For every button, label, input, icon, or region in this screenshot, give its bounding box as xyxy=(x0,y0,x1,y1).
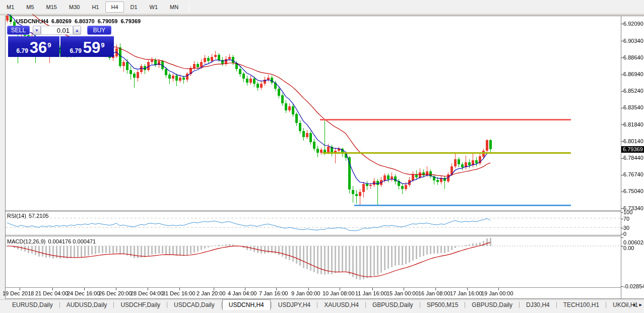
sell-price-big: 36 xyxy=(30,39,47,57)
macd-name: MACD(12,26,9) xyxy=(7,238,45,244)
price-axis-label: 6.88640 xyxy=(623,54,643,61)
price-axis-label: 6.86940 xyxy=(623,71,643,78)
tab-separator xyxy=(113,302,114,308)
chart-symbol-label: USDCNH,H4 xyxy=(16,18,48,24)
buy-price-sup: 9 xyxy=(101,41,104,49)
ohlc-open: 6.80269 xyxy=(51,18,72,24)
tab-separator xyxy=(271,302,272,308)
chart-tabbar: EURUSD,DailyAUDUSD,DailyUSDCHF,DailyUSDC… xyxy=(0,299,644,310)
tab-separator xyxy=(167,302,167,308)
time-axis-label: 21 Dec 04:00 xyxy=(35,290,68,296)
timeframe-button-MN[interactable]: MN xyxy=(164,2,184,13)
time-axis-label: 10 Jan 08:00 xyxy=(323,290,355,296)
sell-price-box[interactable]: 6.79 36 9 xyxy=(8,36,59,57)
tab-USDCNH-H4[interactable]: USDCNH,H4 xyxy=(222,299,271,310)
rsi-indicator-label: RSI(14) 57.2105 xyxy=(7,213,49,219)
tab-separator xyxy=(465,302,465,308)
timeframe-button-M30[interactable]: M30 xyxy=(63,2,85,13)
rsi-axis-label: 100 xyxy=(623,209,632,216)
tab-separator xyxy=(317,302,317,308)
price-axis-label: 6.76740 xyxy=(623,171,643,178)
time-axis-label: 17 Jan 16:00 xyxy=(450,290,482,296)
price-axis-label: 6.80140 xyxy=(623,138,643,145)
volume-input[interactable]: 0.01 xyxy=(41,26,73,35)
volume-decrease-button[interactable]: ▼ xyxy=(33,26,41,35)
time-axis-label: 19 Dec 2018 xyxy=(3,290,34,296)
timeframe-button-W1[interactable]: W1 xyxy=(144,2,164,13)
time-axis-label: 7 Jan 16:00 xyxy=(259,290,288,296)
sell-price-small: 6.79 xyxy=(16,47,28,54)
macd-indicator-label: MACD(12,26,9) 0.004176 0.000471 xyxy=(7,238,96,244)
timeframe-button-M5[interactable]: M5 xyxy=(21,2,39,13)
macd-axis-label: -0.028549 xyxy=(623,283,644,290)
price-axis-label: 6.85240 xyxy=(623,88,643,94)
collapse-arrow-icon[interactable]: ▲ xyxy=(9,18,13,24)
time-axis-label: 19 Jan 00:00 xyxy=(481,290,513,296)
macd-value: 0.004176 0.000471 xyxy=(48,238,96,244)
time-axis-label: 24 Dec 16:00 xyxy=(67,290,100,296)
tab-scroll-left-icon[interactable]: ◂ xyxy=(632,301,635,308)
spinner-up-icon: ▲ xyxy=(75,28,79,33)
time-axis-label: 16 Jan 08:00 xyxy=(418,290,450,296)
tab-scroll-arrows: ◂ ▸ xyxy=(632,301,642,308)
tab-AUDUSD-Daily[interactable]: AUDUSD,Daily xyxy=(60,300,113,310)
buy-price-box[interactable]: 6.79 59 9 xyxy=(60,36,114,57)
time-axis-label: 9 Jan 00:00 xyxy=(291,290,320,296)
timeframe-button-D1[interactable]: D1 xyxy=(125,2,143,13)
timeframe-button-M1[interactable]: M1 xyxy=(1,2,20,13)
one-click-trading-panel: SELL ▼ 0.01 ▲ BUY 6.79 36 9 6.79 59 9 xyxy=(7,25,114,57)
price-axis-label: 6.90340 xyxy=(623,38,643,44)
price-axis-label: 6.75040 xyxy=(623,188,643,195)
tab-separator xyxy=(420,302,420,308)
tab-TECH100-H1[interactable]: TECH100,H1 xyxy=(557,300,605,310)
ohlc-low: 6.79059 xyxy=(98,18,118,24)
timeframe-button-H1[interactable]: H1 xyxy=(86,2,104,13)
ohlc-close: 6.79369 xyxy=(120,18,141,24)
volume-increase-button[interactable]: ▲ xyxy=(73,26,81,35)
tab-USDJPY-H4[interactable]: USDJPY,H4 xyxy=(272,300,316,310)
sell-button[interactable]: SELL xyxy=(7,26,30,35)
rsi-axis-label: 0 xyxy=(623,231,626,237)
timeframe-toolbar: M1M5M15M30H1H4D1W1MN xyxy=(0,0,644,14)
tab-separator xyxy=(59,302,60,308)
timeframe-buttons: M1M5M15M30H1H4D1W1MN xyxy=(0,2,184,13)
rsi-name: RSI(14) xyxy=(7,213,26,219)
time-axis-label: 31 Dec 16:00 xyxy=(162,290,195,296)
rsi-axis-label: 70 xyxy=(623,216,629,222)
tab-SP500-M15[interactable]: SP500,M15 xyxy=(421,300,465,310)
price-axis-label: 6.78440 xyxy=(623,155,643,161)
tab-DJ30-H4[interactable]: DJ30,H4 xyxy=(520,300,556,310)
trade-controls-row: SELL ▼ 0.01 ▲ BUY xyxy=(7,26,114,35)
spinner-down-icon: ▼ xyxy=(35,28,39,33)
time-axis-label: 11 Jan 16:00 xyxy=(355,290,387,296)
trade-prices-row: 6.79 36 9 6.79 59 9 xyxy=(8,36,114,57)
price-axis-label: 6.92090 xyxy=(623,21,643,27)
timeframe-button-M15[interactable]: M15 xyxy=(41,2,62,13)
tab-separator xyxy=(556,302,557,308)
tab-separator xyxy=(519,302,520,308)
macd-axis-label: 0.00 xyxy=(623,245,634,252)
time-axis-label: 28 Dec 04:00 xyxy=(131,290,163,296)
price-axis-label: 6.81840 xyxy=(623,121,643,128)
time-axis-label: 2 Jan 20:00 xyxy=(197,290,226,296)
buy-price-big: 59 xyxy=(83,39,100,57)
tab-EURUSD-Daily[interactable]: EURUSD,Daily xyxy=(6,300,59,310)
current-price-badge: 6.79369 xyxy=(621,146,644,153)
timeframe-button-H4[interactable]: H4 xyxy=(105,2,123,13)
tab-XAUUSD-H4[interactable]: XAUUSD,H4 xyxy=(318,300,365,310)
toolbar-separator xyxy=(189,2,189,13)
price-axis-label: 6.83540 xyxy=(623,104,643,111)
buy-price-small: 6.79 xyxy=(70,47,81,54)
time-axis-label: 26 Dec 20:00 xyxy=(99,290,132,296)
tab-GBPUSD-Daily[interactable]: GBPUSD,Daily xyxy=(366,300,419,310)
chart-tabs: EURUSD,DailyAUDUSD,DailyUSDCHF,DailyUSDC… xyxy=(6,300,644,310)
tab-GBPUSD-Daily[interactable]: GBPUSD,Daily xyxy=(466,300,519,310)
tab-scroll-right-icon[interactable]: ▸ xyxy=(639,301,642,308)
tab-USDCHF-Daily[interactable]: USDCHF,Daily xyxy=(114,300,166,310)
buy-button[interactable]: BUY xyxy=(87,26,111,35)
tab-separator xyxy=(606,302,606,308)
tab-USDCAD-Daily[interactable]: USDCAD,Daily xyxy=(168,300,221,310)
time-axis-label: 15 Jan 00:00 xyxy=(387,290,419,296)
sell-price-sup: 9 xyxy=(47,41,51,49)
ohlc-high: 6.80370 xyxy=(75,18,95,24)
